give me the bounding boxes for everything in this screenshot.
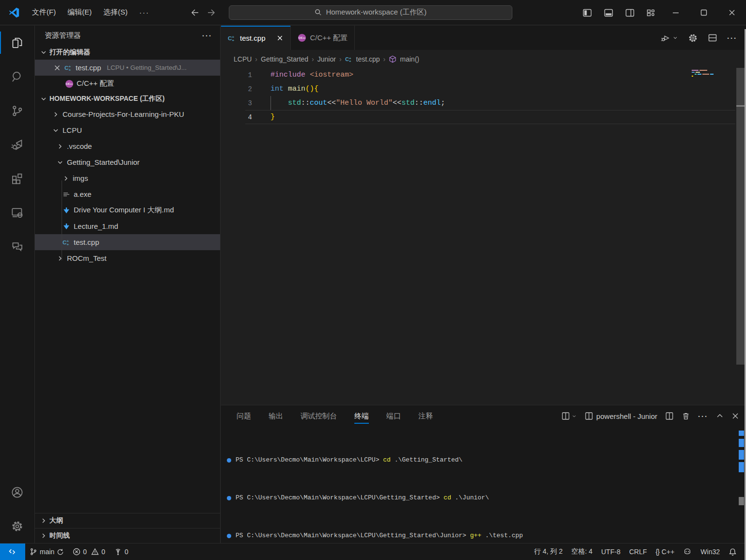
scrollbar-prompt-mark (739, 497, 744, 505)
indentation-item[interactable]: 空格: 4 (567, 547, 597, 556)
open-editors-header[interactable]: 打开的编辑器 (35, 45, 220, 60)
breadcrumb-test-cpp[interactable]: test.cpp (356, 55, 380, 63)
tree-indent-guide (62, 180, 62, 260)
menu-overflow[interactable]: ··· (133, 5, 155, 19)
copilot-icon[interactable] (679, 547, 696, 556)
run-debug-dropdown-icon[interactable] (660, 32, 678, 43)
tree-item-course-projects[interactable]: Course-Projects-For-Learning-in-PKU (35, 106, 220, 122)
tree-item-lcpu[interactable]: LCPU (35, 122, 220, 138)
tree-item-a-exe[interactable]: a.exe (35, 186, 220, 202)
activity-source-control[interactable] (0, 94, 35, 128)
editor-scrollbar[interactable] (736, 68, 745, 365)
activity-remote-explorer[interactable] (0, 195, 35, 229)
activity-comments[interactable] (0, 229, 35, 263)
window-close-button[interactable] (718, 0, 746, 25)
command-success-decoration[interactable] (227, 496, 232, 500)
launch-profile-icon[interactable] (561, 412, 577, 420)
panel-tab-comments[interactable]: 注释 (418, 405, 433, 427)
toggle-secondary-sidebar-icon[interactable] (619, 0, 640, 25)
code-line: 1 #include <iostream> (221, 68, 746, 82)
tab-cpp-config[interactable]: C/C++ C/C++ 配置 (291, 26, 355, 50)
tree-item-drive-your-computer-md[interactable]: Drive Your Computer I 大纲.md (35, 202, 220, 218)
activity-explorer[interactable] (0, 26, 35, 60)
panel-tab-output[interactable]: 输出 (269, 405, 283, 427)
close-editor-icon[interactable] (53, 64, 61, 72)
terminal-content[interactable]: PS C:\Users\Decmo\Main\Workspace\LCPU> c… (221, 429, 736, 543)
activity-account[interactable] (0, 475, 35, 509)
nav-forward-icon[interactable] (207, 8, 217, 17)
window-maximize-button[interactable] (690, 0, 718, 25)
breadcrumb-lcpu[interactable]: LCPU (234, 55, 252, 63)
window-minimize-button[interactable] (662, 0, 690, 25)
open-editor-cpp-config[interactable]: C/C++ C/C++ 配置 (35, 76, 220, 92)
panel-tab-terminal[interactable]: 终端 (354, 405, 369, 427)
activity-search[interactable] (0, 60, 35, 94)
customize-layout-icon[interactable] (640, 0, 662, 25)
panel-tab-debug-console[interactable]: 调试控制台 (301, 405, 337, 427)
split-editor-icon[interactable] (708, 33, 717, 43)
tree-item-lecture-1-md[interactable]: Lecture_1.md (35, 218, 220, 234)
git-branch-item[interactable]: main (25, 544, 68, 560)
scrollbar-command-mark (739, 462, 744, 472)
toggle-panel-icon[interactable] (598, 0, 619, 25)
kill-terminal-icon[interactable] (682, 412, 690, 420)
remote-indicator-button[interactable] (0, 544, 25, 560)
toggle-sidebar-icon[interactable] (576, 0, 598, 25)
menu-edit[interactable]: 编辑(E) (62, 5, 97, 20)
svg-text:+: + (68, 68, 71, 72)
cursor-position-item[interactable]: 行 4, 列 2 (530, 547, 567, 556)
language-mode-item[interactable]: {} C++ (651, 548, 679, 556)
open-editor-description: LCPU • Getting_Started\J... (107, 64, 187, 71)
close-panel-icon[interactable] (731, 412, 739, 420)
scrollbar-command-mark (739, 439, 744, 447)
activity-settings-gear[interactable] (0, 509, 35, 543)
tree-item-vscode-folder[interactable]: .vscode (35, 138, 220, 154)
editor-gear-icon[interactable] (688, 33, 698, 43)
breadcrumb-main[interactable]: main() (400, 55, 419, 63)
explorer-more-actions[interactable]: ··· (202, 32, 212, 40)
outline-section-header[interactable]: 大纲 (35, 513, 220, 528)
timeline-section-header[interactable]: 时间线 (35, 528, 220, 543)
terminal-line: PS C:\Users\Decmo\Main\Workspace\LCPU\Ge… (227, 529, 736, 542)
code-editor[interactable]: 1 #include <iostream> 2 int main(){ 3 st… (221, 68, 746, 405)
tab-close-icon[interactable] (276, 34, 284, 42)
panel-tab-problems[interactable]: 问题 (237, 405, 251, 427)
cpp-file-icon: C++ (345, 55, 353, 63)
panel-more-actions-icon[interactable]: ··· (698, 412, 708, 420)
editor-more-actions-icon[interactable]: ··· (727, 34, 737, 42)
activity-run-debug[interactable] (0, 128, 35, 161)
problems-item[interactable]: 0 0 (68, 544, 110, 560)
tree-item-imgs[interactable]: imgs (35, 170, 220, 186)
notifications-bell-icon[interactable] (724, 548, 741, 556)
terminal-line: PS C:\Users\Decmo\Main\Workspace\LCPU\Ge… (227, 492, 736, 504)
tab-test-cpp[interactable]: C++ test.cpp (221, 26, 291, 50)
minimap[interactable] (692, 70, 715, 78)
split-terminal-icon[interactable] (665, 412, 674, 420)
breadcrumb-getting-started[interactable]: Getting_Started (261, 55, 308, 63)
platform-item[interactable]: Win32 (696, 548, 724, 556)
panel-tab-ports[interactable]: 端口 (386, 405, 401, 427)
workspace-section-header[interactable]: HOMEWORK-WORKSPACE (工作区) (35, 92, 220, 106)
ports-forwarded-item[interactable]: 0 (110, 544, 133, 560)
breadcrumb-junior[interactable]: Junior (317, 55, 336, 63)
line-number: 1 (221, 71, 252, 79)
menu-file[interactable]: 文件(F) (26, 5, 62, 20)
activity-extensions[interactable] (0, 161, 35, 195)
maximize-panel-icon[interactable] (716, 412, 724, 420)
title-bar: 文件(F) 编辑(E) 选择(S) ··· Homework-workspace… (0, 0, 746, 25)
tree-item-test-cpp[interactable]: C++ test.cpp (35, 234, 220, 250)
tree-item-getting-started-junior[interactable]: Getting_Started\Junior (35, 154, 220, 170)
command-success-decoration[interactable] (227, 458, 232, 463)
nav-back-icon[interactable] (189, 8, 199, 17)
eol-item[interactable]: CRLF (625, 548, 651, 556)
cpp-extension-icon: C/C++ (298, 33, 306, 42)
open-editor-test-cpp[interactable]: C++ test.cpp LCPU • Getting_Started\J... (35, 60, 220, 76)
status-bar: main 0 0 0 行 4, 列 2 空格: 4 UTF-8 CRLF {} … (0, 543, 746, 560)
encoding-item[interactable]: UTF-8 (597, 548, 625, 556)
tree-item-rocm-test[interactable]: ROCm_Test (35, 250, 220, 266)
command-center-search[interactable]: Homework-workspace (工作区) (229, 5, 512, 20)
radio-tower-icon (114, 548, 122, 556)
terminal-instance-label[interactable]: powershell - Junior (585, 412, 657, 420)
command-success-decoration[interactable] (227, 534, 232, 538)
menu-selection[interactable]: 选择(S) (97, 5, 133, 20)
